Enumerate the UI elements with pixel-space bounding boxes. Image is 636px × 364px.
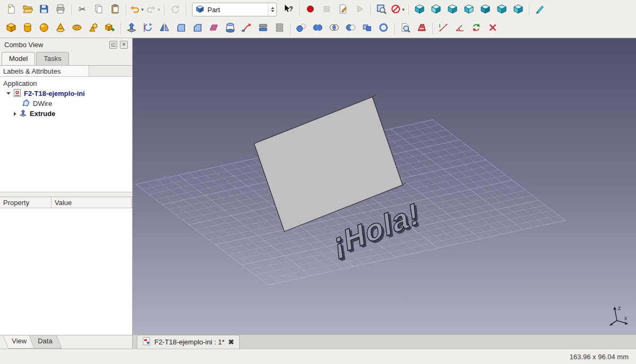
expander-closed-icon[interactable] bbox=[14, 112, 16, 116]
part-union-button[interactable] bbox=[310, 21, 326, 37]
toolbar-separator bbox=[299, 4, 300, 15]
cross-sections-icon bbox=[274, 22, 285, 34]
close-panel-button[interactable]: ✕ bbox=[120, 41, 128, 49]
measure-clear-button[interactable] bbox=[485, 21, 501, 37]
top-view-button[interactable] bbox=[445, 2, 460, 17]
part-mirror-button[interactable] bbox=[156, 21, 172, 37]
measure-refresh-button[interactable] bbox=[468, 21, 484, 37]
scissors-icon: ✂ bbox=[79, 5, 85, 14]
ruled-surface-icon bbox=[208, 22, 219, 34]
workbench-selector-spinner[interactable] bbox=[268, 3, 274, 16]
part-revolve-button[interactable] bbox=[140, 21, 156, 37]
combo-view-tabs: Model Tasks bbox=[0, 51, 132, 65]
draw-style-button[interactable]: ▼ bbox=[390, 2, 406, 17]
tab-model[interactable]: Model bbox=[2, 52, 35, 65]
undo-button[interactable]: ▼ bbox=[129, 2, 145, 17]
refresh-button[interactable] bbox=[167, 2, 183, 17]
tree-item-extrude[interactable]: Extrude bbox=[0, 109, 132, 119]
3d-viewport[interactable]: ¡Hola! z x bbox=[133, 38, 636, 334]
axonometric-view-button[interactable] bbox=[412, 2, 428, 17]
extrude-tree-icon bbox=[19, 109, 27, 119]
axis-z-label: z bbox=[618, 305, 621, 311]
part-chamfer-button[interactable] bbox=[189, 21, 205, 37]
defeaturing-icon bbox=[416, 22, 427, 34]
left-view-button[interactable] bbox=[510, 2, 526, 17]
undo-dropdown-icon[interactable]: ▼ bbox=[141, 7, 145, 12]
part-torus-button[interactable] bbox=[69, 21, 85, 37]
part-join-button[interactable] bbox=[359, 21, 375, 37]
property-column-header[interactable]: Property bbox=[0, 197, 51, 208]
model-tree: Application F2-T18-ejemplo-ini DWire Ext… bbox=[0, 77, 132, 192]
redo-button[interactable]: ▼ bbox=[145, 2, 161, 17]
redo-dropdown-icon[interactable]: ▼ bbox=[157, 7, 161, 12]
macro-stop-button[interactable] bbox=[319, 2, 335, 17]
part-sphere-button[interactable] bbox=[36, 21, 52, 37]
part-defeaturing-button[interactable] bbox=[414, 21, 430, 37]
print-button[interactable] bbox=[53, 2, 68, 17]
fit-all-button[interactable] bbox=[373, 2, 389, 17]
open-document-button[interactable] bbox=[20, 2, 36, 17]
new-document-button[interactable] bbox=[3, 2, 19, 17]
value-column-header[interactable]: Value bbox=[51, 197, 132, 208]
part-thickness-button[interactable] bbox=[376, 21, 391, 37]
main-area: Combo View ◱ ✕ Model Tasks Labels & Attr… bbox=[0, 38, 636, 349]
combo-view-panel: Combo View ◱ ✕ Model Tasks Labels & Attr… bbox=[0, 38, 133, 349]
part-extrude-button[interactable] bbox=[124, 21, 140, 37]
part-cylinder-button[interactable] bbox=[20, 21, 36, 37]
document-tab[interactable]: F2-T18-ejemplo-ini : 1* ✖ bbox=[137, 335, 240, 349]
draw-style-dropdown-icon[interactable]: ▼ bbox=[402, 7, 406, 12]
part-cross-sections-button[interactable] bbox=[272, 21, 287, 37]
tree-item-document[interactable]: F2-T18-ejemplo-ini bbox=[0, 88, 132, 99]
part-box-button[interactable] bbox=[3, 21, 19, 37]
right-view-button[interactable] bbox=[461, 2, 477, 17]
macro-play-button[interactable] bbox=[352, 2, 368, 17]
chamfer-icon bbox=[192, 22, 203, 34]
workbench-selector[interactable]: Part bbox=[192, 3, 277, 16]
bottom-view-button[interactable] bbox=[494, 2, 510, 17]
toolbar-separator bbox=[71, 4, 72, 15]
expander-open-icon[interactable] bbox=[6, 92, 11, 95]
front-view-button[interactable] bbox=[428, 2, 444, 17]
common-icon bbox=[329, 22, 339, 34]
part-primitives-button[interactable] bbox=[85, 21, 101, 37]
part-compound-button[interactable] bbox=[293, 21, 309, 37]
tree-column-header[interactable]: Labels & Attributes bbox=[0, 65, 132, 77]
part-section-button[interactable] bbox=[255, 21, 271, 37]
tab-tasks[interactable]: Tasks bbox=[36, 52, 68, 65]
part-loft-button[interactable] bbox=[222, 21, 238, 37]
part-check-geometry-button[interactable] bbox=[397, 21, 413, 37]
measure-distance-button[interactable] bbox=[532, 2, 548, 17]
tree-item-application[interactable]: Application bbox=[0, 78, 132, 88]
tab-data[interactable]: Data bbox=[29, 335, 63, 349]
part-sweep-button[interactable] bbox=[239, 21, 255, 37]
macro-edit-button[interactable] bbox=[335, 2, 351, 17]
part-ruled-surface-button[interactable] bbox=[206, 21, 222, 37]
front-view-icon bbox=[431, 4, 441, 16]
float-panel-button[interactable]: ◱ bbox=[109, 41, 117, 49]
part-fillet-button[interactable] bbox=[173, 21, 189, 37]
copy-icon bbox=[93, 4, 104, 16]
axonometric-view-icon bbox=[414, 4, 425, 16]
toolbar-separator bbox=[370, 4, 371, 15]
part-shapebuilder-button[interactable] bbox=[102, 21, 118, 37]
close-icon: ✕ bbox=[122, 42, 126, 47]
paste-button[interactable] bbox=[107, 2, 123, 17]
panel-splitter[interactable] bbox=[0, 192, 132, 197]
macro-record-button[interactable] bbox=[302, 2, 318, 17]
part-cone-button[interactable] bbox=[53, 21, 68, 37]
rear-view-button[interactable] bbox=[477, 2, 493, 17]
part-cut-button[interactable] bbox=[343, 21, 359, 37]
tree-header-label: Labels & Attributes bbox=[0, 66, 89, 76]
tree-item-dwire[interactable]: DWire bbox=[0, 99, 132, 109]
whats-this-icon: ? bbox=[283, 4, 294, 16]
part-common-button[interactable] bbox=[326, 21, 342, 37]
copy-button[interactable] bbox=[91, 2, 107, 17]
measure-angular-button[interactable] bbox=[452, 21, 468, 37]
whats-this-button[interactable]: ? bbox=[281, 2, 297, 17]
measure-linear-button[interactable] bbox=[435, 21, 451, 37]
save-button[interactable] bbox=[36, 2, 52, 17]
close-document-icon[interactable]: ✖ bbox=[228, 339, 234, 345]
boolean-cut-icon bbox=[345, 22, 356, 34]
cut-button[interactable]: ✂ bbox=[74, 2, 90, 17]
revolve-icon bbox=[143, 22, 153, 34]
